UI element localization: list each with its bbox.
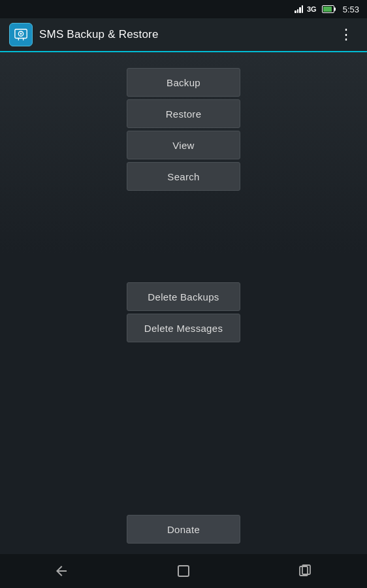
overflow-menu-button[interactable]: ⋮ [335,25,358,44]
svg-rect-2 [323,7,332,12]
nav-bar [0,554,367,588]
signal-type: 3G [307,5,317,13]
svg-rect-1 [334,8,336,11]
bottom-buttons-group: Donate [127,515,240,545]
svg-point-5 [20,33,22,35]
back-button[interactable] [42,558,81,584]
delete-messages-button[interactable]: Delete Messages [127,314,240,342]
home-button[interactable] [164,558,203,584]
top-buttons-group: Backup Restore View Search [127,68,240,192]
action-bar: SMS Backup & Restore ⋮ [0,18,367,52]
recents-button[interactable] [286,558,325,584]
app-title: SMS Backup & Restore [39,28,159,41]
middle-buttons-group: Delete Backups Delete Messages [127,282,240,344]
search-button[interactable]: Search [127,162,240,191]
signal-icon [295,5,303,13]
backup-button[interactable]: Backup [127,68,240,97]
status-bar: 3G 5:53 [0,0,367,18]
action-bar-left: SMS Backup & Restore [9,23,159,46]
restore-button[interactable]: Restore [127,99,240,128]
donate-button[interactable]: Donate [127,515,240,544]
battery-icon [322,5,336,13]
main-content: Backup Restore View Search Delete Backup… [0,52,367,554]
view-button[interactable]: View [127,131,240,159]
app-icon [9,23,33,46]
time-display: 5:53 [343,5,359,14]
delete-backups-button[interactable]: Delete Backups [127,282,240,311]
svg-rect-6 [178,566,189,576]
